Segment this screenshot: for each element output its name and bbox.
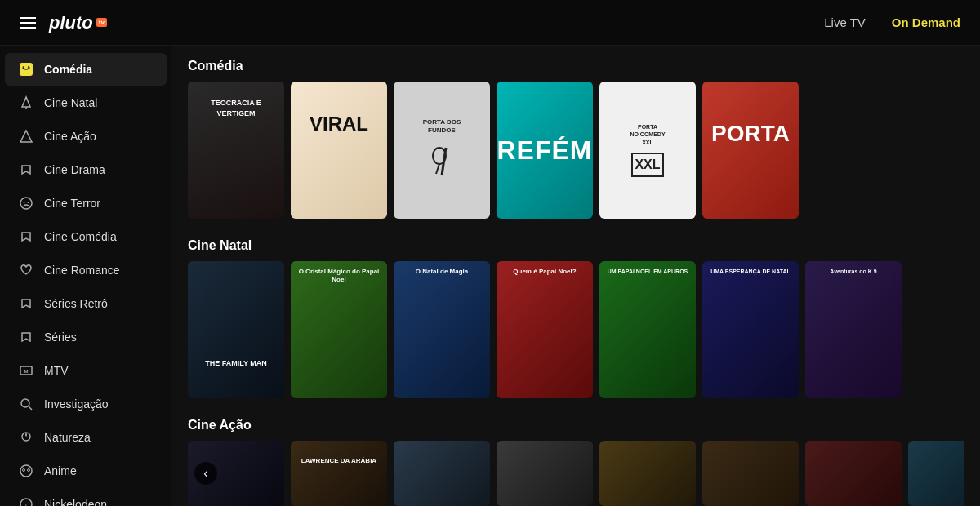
logo-badge: tv [96,18,107,27]
cards-container-cine-acao: ‹LAWRENCE DA ARÁBIA [188,441,964,506]
card-porta-red[interactable]: PORTA [702,82,799,219]
sidebar-label-anime: Anime [44,464,77,477]
svg-point-16 [28,469,30,472]
sidebar-label-cine-terror: Cine Terror [44,197,100,210]
sidebar-item-cine-acao[interactable]: Cine Ação [5,120,167,153]
sidebar-item-cine-romance[interactable]: Cine Romance [5,254,167,286]
sidebar-icon-mtv: M [18,362,34,379]
sidebar-item-series[interactable]: Séries [5,321,167,353]
card-acao7[interactable] [908,441,964,506]
sidebar: ComédiaCine NatalCine AçãoCine DramaCine… [0,46,172,506]
card-text-esperanca: UMA ESPERANÇA DE NATAL [702,261,799,282]
cards-container-cine-natal: THE FAMILY MANO Cristal Mágico do Papai … [188,261,964,398]
card-quem-papai[interactable]: Quem é Papai Noel? [497,261,593,398]
card-acao6[interactable] [805,441,902,506]
card-acao3[interactable] [497,441,593,506]
sidebar-label-nickelodeon: Nickelodeon [44,498,107,506]
section-title-cine-natal: Cine Natal [188,238,964,253]
card-refem[interactable]: REFÉM [497,82,593,219]
card-family-man[interactable]: THE FAMILY MAN [188,261,284,398]
main-layout: ComédiaCine NatalCine AçãoCine DramaCine… [0,46,980,506]
card-acao2[interactable] [394,441,490,506]
cards-row-comedia: TEOCRACIA E VERTIGEMVIRAL PORTA DOSFUNDO… [188,82,964,219]
cards-row-cine-natal: THE FAMILY MANO Cristal Mágico do Papai … [188,261,964,398]
sidebar-label-cine-drama: Cine Drama [44,163,105,176]
card-esperanca[interactable]: UMA ESPERANÇA DE NATAL [702,261,799,398]
section-title-comedia: Comédia [188,59,964,73]
card-acao5[interactable] [702,441,799,506]
sidebar-label-cine-natal: Cine Natal [44,96,97,109]
card-text-cristal: O Cristal Mágico do Papai Noel [291,261,387,291]
sidebar-item-comedia[interactable]: Comédia [5,53,167,86]
header-nav: Live TV On Demand [824,16,960,29]
svg-point-14 [20,465,32,477]
card-papai-apuros[interactable]: UM PAPAI NOEL EM APUROS [599,261,696,398]
sidebar-label-cine-comedia: Cine Comédia [44,230,117,243]
cards-container-comedia: TEOCRACIA E VERTIGEMVIRAL PORTA DOSFUNDO… [188,82,964,219]
card-text-teocracia: TEOCRACIA E VERTIGEM [188,82,284,135]
svg-point-7 [24,202,25,203]
sidebar-label-comedia: Comédia [44,63,92,76]
sidebar-item-cine-natal[interactable]: Cine Natal [5,87,167,119]
nav-on-demand[interactable]: On Demand [892,16,960,29]
scroll-prev-button[interactable]: ‹ [194,462,217,485]
svg-point-11 [21,399,29,407]
sidebar-icon-cine-terror [18,195,34,211]
sidebar-item-cine-drama[interactable]: Cine Drama [5,153,167,186]
sidebar-item-anime[interactable]: Anime [5,455,167,487]
svg-point-15 [23,469,25,472]
card-viral[interactable]: VIRAL [291,82,387,219]
section-title-cine-acao: Cine Ação [188,418,964,433]
hamburger-menu-icon[interactable] [20,17,36,29]
svg-rect-19 [421,141,462,182]
nav-live-tv[interactable]: Live TV [824,16,866,29]
card-text-papai-apuros: UM PAPAI NOEL EM APUROS [599,261,696,282]
sidebar-label-series-retro: Séries Retrô [44,297,108,310]
svg-text:M: M [24,369,29,374]
sidebar-item-cine-comedia[interactable]: Cine Comédia [5,220,167,253]
card-text-aventuras: Aventuras do K 9 [805,261,902,282]
sidebar-item-cine-terror[interactable]: Cine Terror [5,187,167,220]
card-text-quem-papai: Quem é Papai Noel? [497,261,593,282]
sidebar-label-cine-acao: Cine Ação [44,130,96,143]
svg-point-6 [20,198,32,209]
sidebar-icon-series [18,329,34,345]
section-cine-natal: Cine NatalTHE FAMILY MANO Cristal Mágico… [188,238,964,398]
card-lawrence[interactable]: LAWRENCE DA ARÁBIA [291,441,387,506]
svg-text:i: i [25,502,27,506]
card-porta-fundos[interactable]: PORTA DOSFUNDOS [394,82,490,219]
logo[interactable]: pluto tv [49,12,107,33]
sidebar-item-mtv[interactable]: MMTV [5,354,167,387]
sidebar-label-natureza: Natureza [44,431,91,444]
sidebar-item-investigacao[interactable]: Investigação [5,388,167,420]
sidebar-icon-anime [18,463,34,479]
sidebar-item-series-retro[interactable]: Séries Retrô [5,287,167,320]
card-aventuras[interactable]: Aventuras do K 9 [805,261,902,398]
sidebar-icon-series-retro [18,295,34,312]
sidebar-icon-cine-drama [18,162,34,178]
svg-marker-3 [22,97,30,107]
svg-point-2 [28,66,29,68]
sidebar-icon-comedia [18,61,34,78]
card-cristal[interactable]: O Cristal Mágico do Papai Noel [291,261,387,398]
card-acao4[interactable] [599,441,696,506]
card-text-lawrence: LAWRENCE DA ARÁBIA [291,441,387,482]
sidebar-icon-nickelodeon: i [18,496,34,506]
card-natal-magic[interactable]: O Natal de Magia [394,261,490,398]
card-text-viral: VIRAL [291,82,387,166]
card-porta-comedy[interactable]: PORTANO COMEDYXXL XXL [599,82,696,219]
card-text-family-man: THE FAMILY MAN [188,261,284,371]
sidebar-item-natureza[interactable]: Natureza [5,421,167,454]
sidebar-item-nickelodeon[interactable]: iNickelodeon [5,488,167,506]
sidebar-label-mtv: MTV [44,364,69,377]
card-teocracia[interactable]: TEOCRACIA E VERTIGEM [188,82,284,219]
svg-point-1 [23,66,24,68]
card-text-natal-magic: O Natal de Magia [394,261,490,282]
sidebar-icon-cine-acao [18,128,34,144]
cards-row-cine-acao: LAWRENCE DA ARÁBIA [188,441,964,506]
header-left: pluto tv [20,12,107,33]
section-cine-acao: Cine Ação‹LAWRENCE DA ARÁBIA [188,418,964,506]
sidebar-label-investigacao: Investigação [44,397,109,411]
sidebar-icon-cine-romance [18,262,34,278]
sidebar-label-series: Séries [44,331,77,344]
